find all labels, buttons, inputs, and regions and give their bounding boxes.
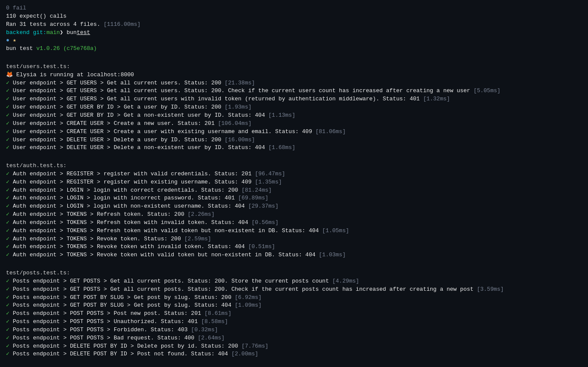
line-blank1	[6, 53, 582, 61]
line-u1: ✓ User endpoint > GET USERS > Get all cu…	[6, 79, 582, 87]
line-u2: ✓ User endpoint > GET USERS > Get all cu…	[6, 87, 582, 95]
line-u9: ✓ User endpoint > DELETE USER > Delete a…	[6, 144, 582, 152]
line-p2: ✓ Posts endpoint > GET POSTS > Get all c…	[6, 286, 582, 294]
line-p3: ✓ Posts endpoint > GET POST BY SLUG > Ge…	[6, 294, 582, 302]
line-bun-version: bun test v1.0.26 (c75e768a)	[6, 45, 582, 53]
line-posts-header: test/posts.test.ts:	[6, 269, 582, 277]
line-a9: ✓ Auth endpoint > TOKENS > Revoke token.…	[6, 235, 582, 243]
line-ran: Ran 31 tests across 4 files. [1116.00ms]	[6, 21, 582, 29]
line-a3: ✓ Auth endpoint > LOGIN > login with cor…	[6, 187, 582, 195]
line-u6: ✓ User endpoint > CREATE USER > Create a…	[6, 120, 582, 128]
line-u7: ✓ User endpoint > CREATE USER > Create a…	[6, 128, 582, 136]
line-p4: ✓ Posts endpoint > GET POST BY SLUG > Ge…	[6, 302, 582, 310]
line-a2: ✓ Auth endpoint > REGISTER > register wi…	[6, 178, 582, 187]
line-a1: ✓ Auth endpoint > REGISTER > register wi…	[6, 170, 582, 178]
line-p9: ✓ Posts endpoint > DELETE POST BY ID > D…	[6, 342, 582, 351]
line-a7: ✓ Auth endpoint > TOKENS > Refresh token…	[6, 219, 582, 227]
prompt: backend git:main ❯ bun test	[6, 29, 582, 37]
line-u4: ✓ User endpoint > GET USER BY ID > Get a…	[6, 103, 582, 112]
line-p7: ✓ Posts endpoint > POST POSTS > Forbidde…	[6, 326, 582, 334]
terminal-output: 0 fail 110 expect() calls Ran 31 tests a…	[6, 4, 582, 367]
line-blank3	[6, 259, 582, 267]
line-blank4	[6, 358, 582, 367]
line-auth-header: test/auth.test.ts:	[6, 162, 582, 170]
line-u5: ✓ User endpoint > GET USER BY ID > Get a…	[6, 112, 582, 120]
line-p10: ✓ Posts endpoint > DELETE POST BY ID > P…	[6, 350, 582, 358]
line-a11: ✓ Auth endpoint > TOKENS > Revoke token …	[6, 251, 582, 259]
line-p6: ✓ Posts endpoint > POST POSTS > Unauthor…	[6, 318, 582, 326]
line-dots: ● ★	[6, 37, 582, 45]
line-expect: 110 expect() calls	[6, 12, 582, 21]
line-p8: ✓ Posts endpoint > POST POSTS > Bad requ…	[6, 334, 582, 342]
line-elysia: 🦊 Elysia is running at localhost:8000	[6, 71, 582, 79]
line-p1: ✓ Posts endpoint > GET POSTS > Get all c…	[6, 277, 582, 286]
line-a5: ✓ Auth endpoint > LOGIN > login with non…	[6, 202, 582, 211]
line-fail: 0 fail	[6, 4, 582, 12]
line-p5: ✓ Posts endpoint > POST POSTS > Post new…	[6, 310, 582, 318]
line-a6: ✓ Auth endpoint > TOKENS > Refresh token…	[6, 211, 582, 219]
line-u8: ✓ User endpoint > DELETE USER > Delete a…	[6, 136, 582, 144]
line-users-header: test/users.test.ts:	[6, 63, 582, 71]
line-u3: ✓ User endpoint > GET USERS > Get all cu…	[6, 95, 582, 103]
line-blank2	[6, 152, 582, 160]
line-a10: ✓ Auth endpoint > TOKENS > Revoke token …	[6, 243, 582, 251]
line-a4: ✓ Auth endpoint > LOGIN > login with inc…	[6, 194, 582, 202]
line-a8: ✓ Auth endpoint > TOKENS > Refresh token…	[6, 227, 582, 235]
